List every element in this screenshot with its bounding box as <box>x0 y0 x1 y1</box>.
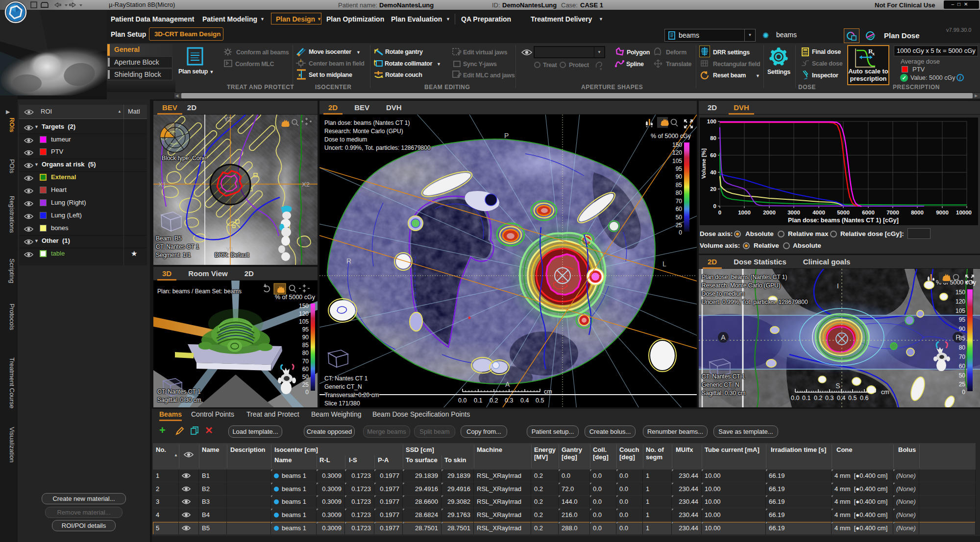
svg-text:A: A <box>721 333 726 341</box>
svg-text:70: 70 <box>302 358 309 365</box>
svg-text:S: S <box>835 382 840 390</box>
svg-text:60: 60 <box>302 366 309 373</box>
svg-text:x: x <box>872 51 875 56</box>
svg-text:7000: 7000 <box>886 210 899 215</box>
svg-text:25: 25 <box>676 222 683 229</box>
svg-text:8000: 8000 <box>911 210 924 215</box>
svg-text:0.1: 0.1 <box>474 397 482 404</box>
svg-text:70: 70 <box>959 353 966 360</box>
svg-text:105: 105 <box>956 307 965 314</box>
svg-text:0.0: 0.0 <box>458 397 466 404</box>
svg-text:10000: 10000 <box>956 210 972 215</box>
svg-text:0: 0 <box>713 203 716 209</box>
svg-text:1000: 1000 <box>738 210 751 215</box>
svg-text:X2: X2 <box>302 181 310 188</box>
svg-text:50: 50 <box>676 214 683 221</box>
svg-text:0.1: 0.1 <box>802 395 810 401</box>
svg-text:P: P <box>504 132 509 140</box>
svg-text:Plan dose: beams (Nantes CT 1): Plan dose: beams (Nantes CT 1) [cGy] <box>788 217 899 224</box>
svg-text:90: 90 <box>959 326 966 332</box>
svg-text:X1: X1 <box>158 181 166 188</box>
svg-text:0.2: 0.2 <box>490 397 498 404</box>
svg-text:60: 60 <box>959 363 966 370</box>
svg-text:95: 95 <box>676 165 683 172</box>
svg-text:cm: cm <box>881 389 889 396</box>
svg-text:0: 0 <box>679 229 682 236</box>
svg-text:9000: 9000 <box>936 210 949 215</box>
svg-text:0.5: 0.5 <box>536 397 544 404</box>
svg-text:x: x <box>600 67 602 71</box>
svg-text:60: 60 <box>676 206 683 212</box>
svg-text:95: 95 <box>302 326 309 333</box>
svg-text:x: x <box>298 72 301 77</box>
svg-text:0.4: 0.4 <box>837 395 845 401</box>
svg-text:100: 100 <box>707 118 716 124</box>
svg-text:85: 85 <box>959 335 966 342</box>
svg-text:L: L <box>662 260 666 268</box>
svg-text:80: 80 <box>676 189 683 196</box>
svg-text:90: 90 <box>302 334 309 341</box>
svg-text:0.0: 0.0 <box>791 395 799 401</box>
svg-text:20: 20 <box>710 186 716 192</box>
svg-text:150: 150 <box>672 141 682 148</box>
svg-text:0.2: 0.2 <box>814 395 822 401</box>
svg-text:A: A <box>505 380 510 388</box>
svg-text:R: R <box>346 257 351 265</box>
svg-text:25: 25 <box>959 381 966 388</box>
svg-text:25: 25 <box>302 381 309 388</box>
svg-text:85: 85 <box>676 182 683 189</box>
svg-text:0.3: 0.3 <box>505 397 513 404</box>
svg-text:cm: cm <box>544 388 552 395</box>
svg-text:5000: 5000 <box>837 210 850 215</box>
svg-text:0.5: 0.5 <box>848 395 857 401</box>
svg-text:95: 95 <box>959 316 966 323</box>
svg-text:0: 0 <box>962 389 965 396</box>
svg-text:0.3: 0.3 <box>825 395 833 401</box>
svg-text:150: 150 <box>956 289 965 296</box>
svg-text:I: I <box>837 282 839 290</box>
svg-text:90: 90 <box>676 173 683 180</box>
svg-text:% of 5000 cGy: % of 5000 cGy <box>275 294 316 301</box>
svg-text:2000: 2000 <box>763 210 776 215</box>
svg-text:60: 60 <box>710 152 716 158</box>
svg-text:80: 80 <box>959 344 966 351</box>
svg-text:0.4: 0.4 <box>520 397 529 404</box>
svg-text:6000: 6000 <box>862 210 875 215</box>
svg-text:85: 85 <box>302 342 309 349</box>
svg-text:120: 120 <box>956 298 965 305</box>
svg-text:Y2: Y2 <box>224 116 232 123</box>
svg-text:0: 0 <box>305 389 309 396</box>
svg-text:50: 50 <box>959 372 966 379</box>
svg-text:105: 105 <box>672 158 682 165</box>
svg-text:70: 70 <box>676 198 683 205</box>
svg-text:4000: 4000 <box>812 210 825 215</box>
svg-text:0.6: 0.6 <box>860 395 868 401</box>
svg-text:3000: 3000 <box>787 210 800 215</box>
svg-text:0: 0 <box>718 210 721 215</box>
svg-text:120: 120 <box>299 310 309 317</box>
svg-text:150: 150 <box>299 303 309 309</box>
svg-text:120: 120 <box>672 149 682 156</box>
svg-text:50: 50 <box>302 374 309 380</box>
svg-text:40: 40 <box>710 169 716 175</box>
svg-text:80: 80 <box>710 135 716 141</box>
svg-text:80: 80 <box>302 350 309 356</box>
svg-text:Volume [%]: Volume [%] <box>701 148 707 179</box>
svg-text:% of 5000 cGy: % of 5000 cGy <box>651 133 691 140</box>
svg-text:105: 105 <box>299 318 309 325</box>
